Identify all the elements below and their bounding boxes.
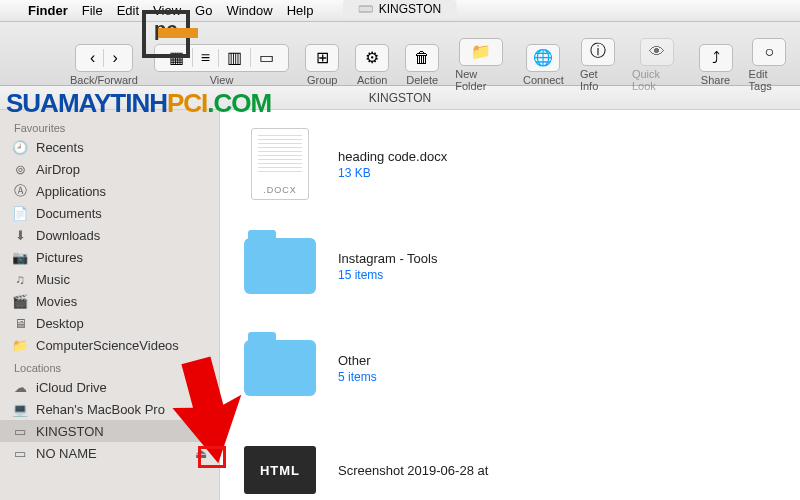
file-name: heading code.docx xyxy=(338,149,447,164)
forward-icon[interactable]: › xyxy=(104,49,125,67)
window-title: KINGSTON xyxy=(343,0,457,18)
laptop-icon: 💻 xyxy=(12,401,28,417)
clock-icon: 🕘 xyxy=(12,139,28,155)
new-folder-label: New Folder xyxy=(455,68,507,92)
menu-window[interactable]: Window xyxy=(226,3,272,18)
trash-icon: 🗑 xyxy=(414,49,430,67)
eye-icon: 👁 xyxy=(649,43,665,61)
get-info-button[interactable]: ⓘ xyxy=(581,38,615,66)
file-item[interactable]: Other5 items xyxy=(244,332,776,404)
docx-thumb-icon: .DOCX xyxy=(251,128,309,200)
tag-icon: ○ xyxy=(764,43,774,61)
sidebar-item-applications[interactable]: ⒶApplications xyxy=(0,180,219,202)
file-count: 5 items xyxy=(338,370,377,384)
action-label: Action xyxy=(357,74,388,86)
file-item[interactable]: HTML Screenshot 2019-06-28 at xyxy=(244,434,776,500)
sidebar-item-label: AirDrop xyxy=(36,162,80,177)
menu-file[interactable]: File xyxy=(82,3,103,18)
sidebar-item-label: Pictures xyxy=(36,250,83,265)
sidebar-item-music[interactable]: ♫Music xyxy=(0,268,219,290)
sidebar-item-recents[interactable]: 🕘Recents xyxy=(0,136,219,158)
sidebar-item-downloads[interactable]: ⬇Downloads xyxy=(0,224,219,246)
new-folder-icon: 📁 xyxy=(471,42,491,61)
file-name: Other xyxy=(338,353,377,368)
connect-icon: 🌐 xyxy=(533,48,553,67)
sidebar-item-label: KINGSTON xyxy=(36,424,104,439)
connect-button[interactable]: 🌐 xyxy=(526,44,560,72)
back-forward-label: Back/Forward xyxy=(70,74,138,86)
sidebar-item-label: Downloads xyxy=(36,228,100,243)
quick-look-label: Quick Look xyxy=(632,68,683,92)
view-label: View xyxy=(210,74,234,86)
sidebar-item-label: Applications xyxy=(36,184,106,199)
info-icon: ⓘ xyxy=(590,41,606,62)
toolbar: KINGSTON ‹ › Back/Forward ▦ ≡ ▥ ▭ View ⊞… xyxy=(0,22,800,86)
group-label: Group xyxy=(307,74,338,86)
airdrop-icon: ⊚ xyxy=(12,161,28,177)
folder-thumb-icon xyxy=(244,340,316,396)
app-name[interactable]: Finder xyxy=(28,3,68,18)
share-button[interactable]: ⤴ xyxy=(699,44,733,72)
file-size: 13 KB xyxy=(338,166,447,180)
sidebar-item-movies[interactable]: 🎬Movies xyxy=(0,290,219,312)
back-icon[interactable]: ‹ xyxy=(82,49,104,67)
quick-look-button[interactable]: 👁 xyxy=(640,38,674,66)
sidebar-item-label: Desktop xyxy=(36,316,84,331)
downloads-icon: ⬇ xyxy=(12,227,28,243)
music-icon: ♫ xyxy=(12,271,28,287)
file-name: Instagram - Tools xyxy=(338,251,437,266)
delete-label: Delete xyxy=(406,74,438,86)
sidebar-item-label: iCloud Drive xyxy=(36,380,107,395)
movies-icon: 🎬 xyxy=(12,293,28,309)
folder-icon: 📁 xyxy=(12,337,28,353)
share-label: Share xyxy=(701,74,730,86)
html-thumb-icon: HTML xyxy=(244,446,316,494)
file-item[interactable]: Instagram - Tools15 items xyxy=(244,230,776,302)
folder-thumb-icon xyxy=(244,238,316,294)
drive-icon: ▭ xyxy=(12,445,28,461)
sidebar-item-label: Movies xyxy=(36,294,77,309)
watermark-logo xyxy=(132,0,210,78)
svg-rect-0 xyxy=(359,6,373,12)
gallery-view-icon[interactable]: ▭ xyxy=(251,48,282,67)
pictures-icon: 📷 xyxy=(12,249,28,265)
file-browser: .DOCX heading code.docx13 KB Instagram -… xyxy=(220,110,800,500)
file-count: 15 items xyxy=(338,268,437,282)
annotation-highlight-box xyxy=(198,446,226,468)
drive-icon: ▭ xyxy=(12,423,28,439)
sidebar-item-desktop[interactable]: 🖥Desktop xyxy=(0,312,219,334)
pathbar-text: KINGSTON xyxy=(369,91,431,105)
connect-label: Connect xyxy=(523,74,564,86)
get-info-label: Get Info xyxy=(580,68,616,92)
delete-button[interactable]: 🗑 xyxy=(405,44,439,72)
drive-icon xyxy=(359,4,373,14)
file-name: Screenshot 2019-06-28 at xyxy=(338,463,488,478)
share-icon: ⤴ xyxy=(712,49,720,67)
annotation-arrow xyxy=(134,350,244,470)
icloud-icon: ☁ xyxy=(12,379,28,395)
apps-icon: Ⓐ xyxy=(12,183,28,199)
group-button[interactable]: ⊞ xyxy=(305,44,339,72)
sidebar-item-label: NO NAME xyxy=(36,446,97,461)
sidebar-item-documents[interactable]: 📄Documents xyxy=(0,202,219,224)
edit-tags-label: Edit Tags xyxy=(749,68,790,92)
action-button[interactable]: ⚙ xyxy=(355,44,389,72)
column-view-icon[interactable]: ▥ xyxy=(219,48,251,67)
edit-tags-button[interactable]: ○ xyxy=(752,38,786,66)
back-forward-buttons[interactable]: ‹ › xyxy=(75,44,133,72)
window-title-text: KINGSTON xyxy=(379,2,441,16)
new-folder-button[interactable]: 📁 xyxy=(459,38,503,66)
file-item[interactable]: .DOCX heading code.docx13 KB xyxy=(244,128,776,200)
group-icon: ⊞ xyxy=(316,48,329,67)
watermark-text: SUAMAYTINHPCI.COM xyxy=(6,88,271,119)
favourites-header: Favourites xyxy=(0,116,219,136)
desktop-icon: 🖥 xyxy=(12,315,28,331)
menu-help[interactable]: Help xyxy=(287,3,314,18)
sidebar-item-label: Music xyxy=(36,272,70,287)
documents-icon: 📄 xyxy=(12,205,28,221)
gear-icon: ⚙ xyxy=(365,48,379,67)
sidebar-item-pictures[interactable]: 📷Pictures xyxy=(0,246,219,268)
sidebar-item-label: Recents xyxy=(36,140,84,155)
sidebar-item-label: Documents xyxy=(36,206,102,221)
sidebar-item-airdrop[interactable]: ⊚AirDrop xyxy=(0,158,219,180)
